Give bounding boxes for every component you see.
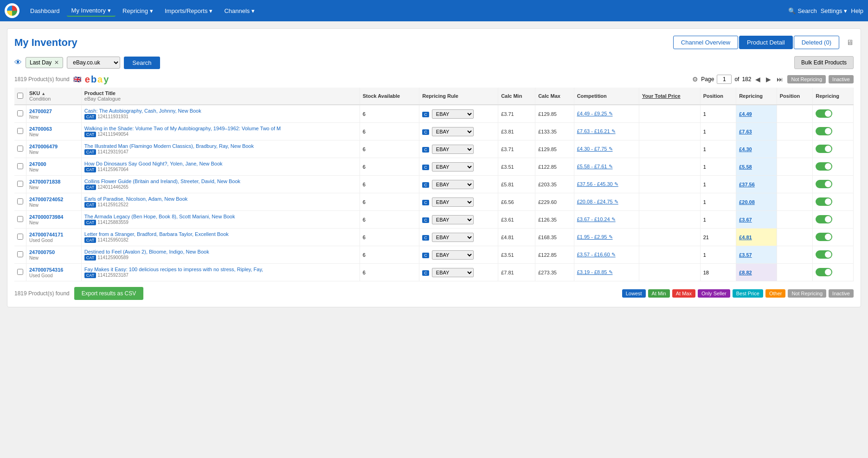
- tab-deleted[interactable]: Deleted (0): [794, 36, 839, 49]
- repricing-toggle-0[interactable]: [816, 109, 832, 118]
- rule-select-6[interactable]: EBAY: [432, 215, 474, 224]
- product-link-8[interactable]: Destined to Feel (Avalon 2), Bloome, Ind…: [84, 249, 209, 254]
- row-checkbox-5[interactable]: [17, 198, 23, 204]
- prev-page-button[interactable]: ◀: [754, 76, 762, 83]
- channel-select[interactable]: eBay.co.uk Amazon.co.uk: [67, 57, 120, 69]
- price-range-link-4[interactable]: £37.56 - £45.30 ✎: [577, 181, 618, 187]
- rule-select-8[interactable]: EBAY: [432, 250, 474, 260]
- row-checkbox-4[interactable]: [17, 181, 23, 187]
- sku-link-7[interactable]: 247000744171: [29, 232, 63, 237]
- select-all-checkbox[interactable]: [17, 93, 23, 99]
- product-link-5[interactable]: Earls of Paradise, Nicolson, Adam, New B…: [84, 196, 188, 202]
- tab-product-detail[interactable]: Product Detail: [739, 36, 793, 49]
- row-checkbox-8[interactable]: [17, 251, 23, 257]
- table-row: 247000724052 New Earls of Paradise, Nico…: [14, 193, 854, 211]
- app-logo[interactable]: [5, 3, 19, 18]
- not-repricing-badge[interactable]: Not Repricing: [787, 75, 826, 83]
- product-link-2[interactable]: The Illustrated Man (Flamingo Modern Cla…: [84, 143, 254, 149]
- nav-search-button[interactable]: 🔍 Search: [788, 7, 817, 14]
- col-your-total-price[interactable]: Your Total Price: [639, 88, 701, 105]
- gear-icon[interactable]: ⚙: [692, 76, 698, 83]
- repricing-price-link-9[interactable]: £8.82: [739, 270, 752, 275]
- product-link-7[interactable]: Letter from a Stranger, Bradford, Barbar…: [84, 231, 229, 237]
- inactive-badge[interactable]: Inactive: [829, 75, 854, 83]
- repricing-toggle-6[interactable]: [816, 215, 832, 223]
- price-range-link-3[interactable]: £5.58 - £7.61 ✎: [577, 164, 613, 169]
- nav-help-button[interactable]: Help: [851, 7, 863, 14]
- nav-my-inventory[interactable]: My Inventory ▾: [67, 5, 116, 17]
- product-link-3[interactable]: How Do Dinosaurs Say Good Night?, Yolen,…: [84, 161, 223, 166]
- next-page-button[interactable]: ▶: [765, 76, 772, 83]
- price-range-link-9[interactable]: £3.19 - £8.85 ✎: [577, 269, 613, 275]
- sku-link-4[interactable]: 24700071838: [29, 179, 60, 184]
- price-range-link-1[interactable]: £7.63 - £16.21 ✎: [577, 128, 616, 134]
- sku-link-6[interactable]: 247000073984: [29, 214, 63, 220]
- repricing-toggle-3[interactable]: [816, 162, 832, 171]
- nav-dashboard[interactable]: Dashboard: [26, 6, 64, 16]
- last-page-button[interactable]: ⏭: [775, 76, 784, 83]
- repricing-price-link-8[interactable]: £3.57: [739, 252, 752, 258]
- repricing-price-link-1[interactable]: £7.63: [739, 129, 752, 134]
- monitor-icon[interactable]: 🖥: [846, 38, 854, 47]
- time-filter-close[interactable]: ✕: [54, 59, 59, 66]
- sku-link-2[interactable]: 2470006479: [29, 144, 58, 149]
- repricing-price-link-5[interactable]: £20.08: [739, 199, 755, 205]
- sku-link-8[interactable]: 247000750: [29, 249, 55, 255]
- repricing-toggle-1[interactable]: [816, 127, 832, 135]
- repricing-toggle-4[interactable]: [816, 180, 832, 188]
- sku-link-5[interactable]: 247000724052: [29, 197, 63, 202]
- row-checkbox-9[interactable]: [17, 269, 23, 275]
- rule-select-7[interactable]: EBAY: [432, 233, 474, 242]
- rule-select-3[interactable]: EBAY: [432, 162, 474, 172]
- tab-channel-overview[interactable]: Channel Overview: [673, 36, 738, 49]
- rule-select-2[interactable]: EBAY: [432, 145, 474, 154]
- price-range-link-2[interactable]: £4.30 - £7.75 ✎: [577, 146, 613, 152]
- repricing-toggle-2[interactable]: [816, 145, 832, 153]
- product-link-4[interactable]: Collins Flower Guide (Britain and Irelan…: [84, 178, 240, 184]
- nav-imports-reports[interactable]: Imports/Reports ▾: [160, 6, 217, 16]
- row-checkbox-3[interactable]: [17, 163, 23, 169]
- sku-link-0[interactable]: 24700027: [29, 108, 52, 114]
- repricing-price-link-4[interactable]: £37.56: [739, 182, 755, 187]
- repricing-price-link-2[interactable]: £4.30: [739, 146, 752, 152]
- repricing-price-link-0[interactable]: £4.49: [739, 111, 752, 117]
- product-link-6[interactable]: The Armada Legacy (Ben Hope, Book 8), Sc…: [84, 214, 235, 219]
- bulk-edit-button[interactable]: Bulk Edit Products: [794, 56, 854, 69]
- product-link-1[interactable]: Walking in the Shade: Volume Two of My A…: [84, 126, 281, 131]
- product-link-0[interactable]: Cash: The Autobiography, Cash, Johnny, N…: [84, 108, 201, 114]
- nav-repricing[interactable]: Repricing ▾: [118, 6, 158, 16]
- repricing-toggle-9[interactable]: [816, 268, 832, 276]
- eye-icon[interactable]: 👁: [14, 58, 22, 67]
- price-range-link-5[interactable]: £20.08 - £24.75 ✎: [577, 199, 618, 204]
- price-range-link-8[interactable]: £3.57 - £16.60 ✎: [577, 252, 616, 257]
- repricing-toggle-7[interactable]: [816, 233, 832, 241]
- price-range-link-6[interactable]: £3.67 - £10.24 ✎: [577, 216, 616, 222]
- rule-select-1[interactable]: EBAY: [432, 127, 474, 136]
- row-checkbox-2[interactable]: [17, 146, 23, 152]
- product-link-9[interactable]: Fay Makes it Easy: 100 delicious recipes…: [84, 267, 263, 272]
- rule-select-4[interactable]: EBAY: [432, 180, 474, 189]
- sort-sku-icon[interactable]: ▲: [41, 91, 45, 96]
- repricing-toggle-8[interactable]: [816, 250, 832, 259]
- nav-channels[interactable]: Channels ▾: [219, 6, 259, 16]
- page-number-input[interactable]: [717, 75, 732, 84]
- export-csv-button[interactable]: Export results as CSV: [74, 287, 143, 300]
- nav-settings-button[interactable]: Settings ▾: [821, 7, 848, 14]
- price-range-link-7[interactable]: £1.95 - £2.95 ✎: [577, 234, 613, 240]
- price-range-link-0[interactable]: £4.49 - £9.25 ✎: [577, 111, 613, 116]
- row-checkbox-7[interactable]: [17, 234, 23, 240]
- row-checkbox-1[interactable]: [17, 128, 23, 134]
- repricing-toggle-5[interactable]: [816, 197, 832, 206]
- row-checkbox-6[interactable]: [17, 216, 23, 222]
- sku-link-1[interactable]: 24700063: [29, 126, 52, 132]
- sku-link-3[interactable]: 247000: [29, 161, 46, 167]
- row-checkbox-0[interactable]: [17, 110, 23, 116]
- rule-select-0[interactable]: EBAY: [432, 109, 474, 119]
- rule-select-5[interactable]: EBAY: [432, 197, 474, 207]
- repricing-price-link-7[interactable]: £4.81: [739, 235, 752, 240]
- repricing-price-link-6[interactable]: £3.67: [739, 217, 752, 223]
- rule-select-9[interactable]: EBAY: [432, 268, 474, 277]
- sku-link-9[interactable]: 247000754316: [29, 267, 63, 273]
- repricing-price-link-3[interactable]: £5.58: [739, 164, 752, 170]
- search-button[interactable]: Search: [124, 57, 160, 69]
